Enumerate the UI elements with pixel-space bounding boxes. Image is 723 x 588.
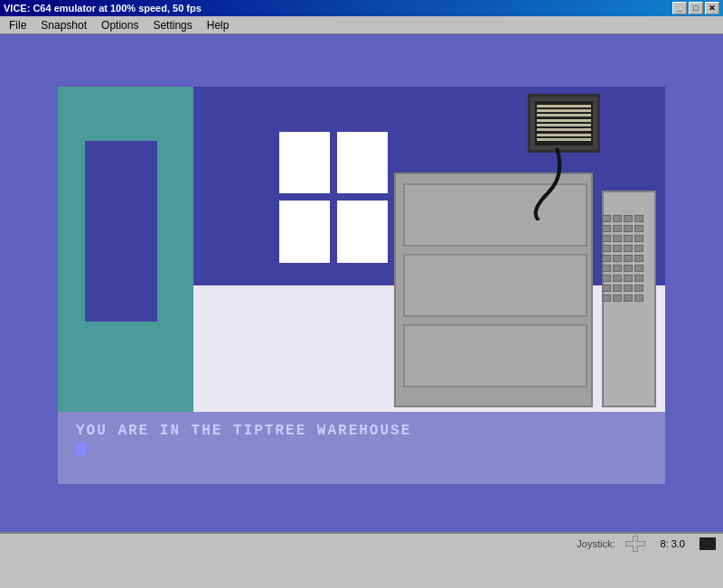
title-bar: VICE: C64 emulator at 100% speed, 50 fps… <box>0 0 723 16</box>
maximize-button[interactable]: □ <box>689 2 703 14</box>
window-title: VICE: C64 emulator at 100% speed, 50 fps <box>4 3 202 14</box>
menu-help[interactable]: Help <box>200 17 237 33</box>
window-controls: _ □ ✕ <box>672 2 719 14</box>
monitor-screen <box>535 101 593 145</box>
vent-row <box>602 265 653 272</box>
wall-monitor <box>528 94 600 153</box>
vent-row <box>602 235 653 242</box>
cabinet-side <box>602 191 656 407</box>
window-frame-v <box>330 132 337 263</box>
close-button[interactable]: ✕ <box>705 2 719 14</box>
vent-row <box>602 245 653 252</box>
text-cursor <box>76 443 87 455</box>
vent-row <box>602 225 653 232</box>
svg-rect-3 <box>626 542 644 546</box>
cabinet-drawer-2 <box>403 254 587 317</box>
vent-row <box>602 275 653 282</box>
room-scene <box>58 87 665 412</box>
teal-wall <box>58 87 193 412</box>
joystick-label: Joystick: <box>577 538 615 549</box>
joystick-icon <box>625 536 645 552</box>
status-bar: Joystick: 8: 3.0 <box>0 532 723 554</box>
vent-row <box>602 285 653 292</box>
door <box>85 141 157 322</box>
room-window <box>279 132 388 263</box>
text-area: YOU ARE IN THE TIPTREE WAREHOUSE <box>58 412 665 484</box>
menu-bar: File Snapshot Options Settings Help <box>0 16 723 34</box>
cabinet-drawer-3 <box>403 324 587 387</box>
menu-snapshot[interactable]: Snapshot <box>33 17 94 33</box>
vent-row <box>602 255 653 262</box>
emulator-area: YOU ARE IN THE TIPTREE WAREHOUSE Joystic… <box>0 34 723 554</box>
game-text: YOU ARE IN THE TIPTREE WAREHOUSE <box>76 423 411 439</box>
menu-file[interactable]: File <box>2 17 33 33</box>
game-screen: YOU ARE IN THE TIPTREE WAREHOUSE <box>58 87 665 484</box>
vent-grid <box>602 215 653 304</box>
version-badge: 8: 3.0 <box>656 537 689 550</box>
vent-row <box>602 294 653 302</box>
menu-options[interactable]: Options <box>94 17 146 33</box>
vent-row <box>602 215 653 222</box>
minimize-button[interactable]: _ <box>672 2 687 14</box>
color-indicator <box>700 537 716 550</box>
monitor-display <box>535 101 593 145</box>
monitor-cable <box>521 148 575 220</box>
menu-settings[interactable]: Settings <box>146 17 199 33</box>
